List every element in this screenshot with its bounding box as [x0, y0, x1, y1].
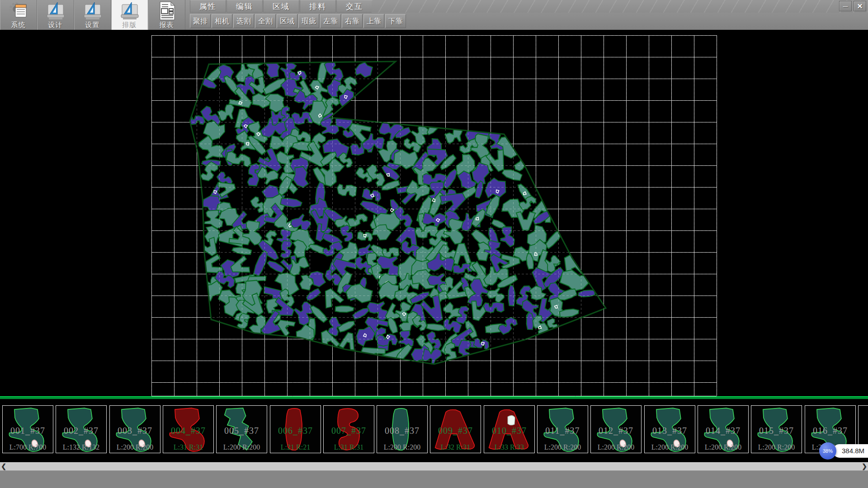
tool-button-10[interactable]: 下靠	[385, 14, 406, 28]
memory-value: 384.8M	[833, 444, 868, 458]
pattern-name: 003_#37	[110, 426, 160, 436]
pattern-lr-count: L:200 R:200	[538, 443, 588, 451]
pattern-thumbnail-001_#37[interactable]: 001_#37 L:700 R:700	[2, 405, 53, 453]
status-bar	[0, 470, 868, 488]
tool-button-8[interactable]: 右靠	[342, 14, 363, 28]
tool-button-3[interactable]: 选割	[233, 14, 254, 28]
pattern-thumbnail-008_#37[interactable]: 008_#37 L:200 R:200	[377, 405, 428, 453]
tool-button-2[interactable]: 相机	[212, 14, 232, 28]
pattern-thumbnail-015_#37[interactable]: 015_#37 L:200 R:200	[751, 405, 802, 453]
strip-separator-line	[0, 396, 868, 398]
pattern-lr-count: L:132 R:132	[56, 443, 106, 451]
pattern-thumbnail-002_#37[interactable]: 002_#37 L:132 R:132	[56, 405, 107, 453]
pattern-lr-count: L:700 R:700	[3, 443, 53, 451]
pattern-lr-count: L:200 R:200	[698, 443, 748, 451]
gear-doc-icon	[8, 1, 29, 21]
memory-percent: 38%	[819, 442, 836, 460]
pattern-lr-count: L:200 R:200	[377, 443, 427, 451]
pattern-name: 015_#37	[751, 426, 802, 436]
scroll-right-arrow-icon[interactable]: ❯	[861, 463, 868, 471]
menu-tab-row: 属性编辑区域排料交互	[190, 0, 373, 13]
horizontal-scrollbar[interactable]: ❮ ❯	[0, 462, 868, 470]
pattern-thumbnail-004_#37[interactable]: 004_#37 L:31 R:31	[163, 405, 214, 453]
report-icon	[156, 1, 177, 21]
pattern-lr-count: L:200 R:200	[751, 443, 802, 451]
pattern-thumbnail-003_#37[interactable]: 003_#37 L:200 R:200	[109, 405, 160, 453]
pattern-name: 014_#37	[698, 426, 748, 436]
mode-button-5[interactable]: 报表	[148, 0, 185, 30]
pattern-name: 008_#37	[377, 426, 427, 436]
pattern-thumbnail-012_#37[interactable]: 012_#37 L:200 R:200	[590, 405, 642, 453]
ruler-icon	[82, 1, 103, 21]
tool-button-6[interactable]: 瑕疵	[298, 14, 319, 28]
nesting-viewport[interactable]	[0, 30, 868, 396]
mode-button-4[interactable]: 排版	[111, 0, 148, 30]
pattern-thumbnail-013_#37[interactable]: 013_#37 L:200 R:200	[644, 405, 695, 453]
pattern-name: 007_#37	[324, 426, 374, 436]
pattern-name: 005_#37	[217, 426, 267, 436]
pattern-thumbnail-010_#37[interactable]: 010_#37 L:33 R:33	[484, 405, 535, 453]
pattern-name: 001_#37	[3, 426, 53, 436]
tool-button-1[interactable]: 聚排	[190, 14, 211, 28]
pattern-thumbnail-014_#37[interactable]: 014_#37 L:200 R:200	[698, 405, 749, 453]
pattern-lr-count: L:33 R:33	[484, 443, 534, 451]
pattern-lr-count: L:200 R:200	[645, 443, 695, 451]
menu-tab-4[interactable]: 排料	[300, 0, 336, 13]
tool-button-4[interactable]: 全割	[255, 14, 276, 28]
mode-button-label: 排版	[123, 21, 137, 29]
mode-button-label: 设置	[85, 21, 100, 29]
pattern-name: 013_#37	[645, 426, 695, 436]
pattern-name: 006_#37	[270, 426, 321, 436]
pattern-thumbnail-011_#37[interactable]: 011_#37 L:200 R:200	[537, 405, 588, 453]
title-bar	[372, 0, 868, 13]
pattern-lr-count: L:200 R:200	[110, 443, 160, 451]
pattern-lr-count: L:31 R:31	[324, 443, 374, 451]
pattern-thumbnail-006_#37[interactable]: 006_#37 L:21 R:21	[270, 405, 321, 453]
mode-button-label: 报表	[160, 21, 174, 29]
mode-button-3[interactable]: 设置	[74, 0, 111, 30]
pattern-lr-count: L:200 R:200	[591, 443, 641, 451]
pattern-name: 009_#37	[430, 426, 481, 436]
mode-button-label: 系统	[11, 21, 26, 29]
menu-tab-5[interactable]: 交互	[336, 0, 373, 13]
pattern-thumbnail-strip: 001_#37 L:700 R:700 002_#37 L:132 R:132 …	[0, 399, 868, 462]
pattern-thumbnail-007_#37[interactable]: 007_#37 L:31 R:31	[323, 405, 374, 453]
ruler-icon	[45, 1, 66, 21]
mode-button-label: 设计	[48, 21, 63, 29]
minimize-button[interactable]: ─	[839, 1, 852, 11]
menu-tab-3[interactable]: 区域	[263, 0, 299, 13]
pattern-lr-count: L:31 R:31	[163, 443, 213, 451]
pattern-name: 004_#37	[163, 426, 213, 436]
pattern-lr-count: L:21 R:21	[270, 443, 321, 451]
pattern-name: 002_#37	[56, 426, 106, 436]
close-button[interactable]: ✕	[854, 1, 866, 11]
pattern-lr-count: L:200 R:200	[217, 443, 267, 451]
tool-button-5[interactable]: 区域	[277, 14, 297, 28]
pattern-thumbnail-009_#37[interactable]: 009_#37 L:32 R:31	[430, 405, 481, 453]
tool-button-row: 聚排相机选割全割区域瑕疵左靠右靠上靠下靠	[190, 14, 407, 28]
pattern-lr-count: L:32 R:31	[430, 443, 481, 451]
scroll-left-arrow-icon[interactable]: ❮	[0, 463, 7, 471]
pattern-name: 011_#37	[538, 426, 588, 436]
tool-button-7[interactable]: 左靠	[320, 14, 341, 28]
app-mode-buttons: 系统 设计 设置 排版 报表	[0, 0, 185, 30]
menu-tab-1[interactable]: 属性	[190, 0, 226, 13]
pattern-name: 012_#37	[591, 426, 641, 436]
mode-button-2[interactable]: 设计	[37, 0, 74, 30]
main-toolbar: 系统 设计 设置 排版 报表 属性编辑区域排料交互 ─ ✕ 聚排相机选割全割区域…	[0, 0, 868, 30]
menu-tab-2[interactable]: 编辑	[226, 0, 263, 13]
mode-button-1[interactable]: 系统	[0, 0, 37, 30]
pattern-name: 016_#37	[805, 426, 855, 436]
pattern-name: 010_#37	[484, 426, 534, 436]
ruler-icon	[119, 1, 140, 21]
tool-button-9[interactable]: 上靠	[363, 14, 384, 28]
window-controls: ─ ✕	[839, 1, 866, 11]
pattern-thumbnail-005_#37[interactable]: 005_#37 L:200 R:200	[216, 405, 267, 453]
